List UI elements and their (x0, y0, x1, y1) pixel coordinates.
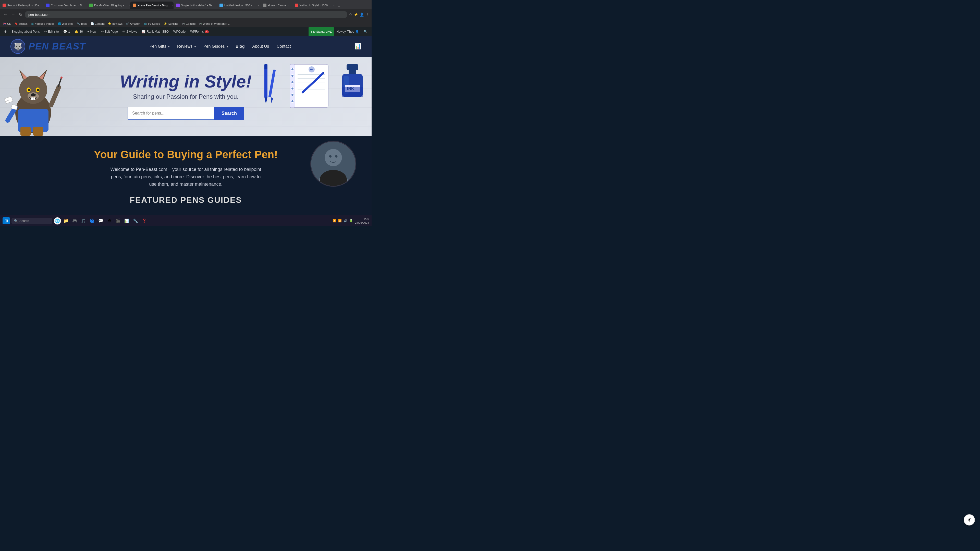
site-logo-text[interactable]: PEN BEAST (29, 41, 86, 52)
nav-about-us[interactable]: About Us (252, 44, 269, 49)
wp-updates[interactable]: 🔔 36 (73, 27, 85, 36)
tray-volume[interactable]: 🔊 (344, 219, 347, 222)
app9-icon: 📊 (124, 218, 129, 223)
back-button[interactable]: ← (3, 12, 9, 17)
tab-close-button[interactable]: × (129, 4, 130, 7)
taskbar-help[interactable]: ❓ (141, 218, 148, 224)
tab-favicon (89, 3, 93, 7)
wpcode-label: WPCode (173, 30, 186, 33)
wp-rank-math[interactable]: 📈 Rank Math SEO (140, 27, 171, 36)
hero-search-button[interactable]: Search (215, 106, 244, 120)
updates-count: 36 (80, 30, 83, 33)
bookmark-uk[interactable]: 🇬🇧UK (2, 22, 12, 26)
howdy-user[interactable]: Howdy, Theo 👤 (334, 27, 361, 36)
taskbar-chrome[interactable]: 🌐 (54, 218, 61, 224)
reload-button[interactable]: ↻ (18, 12, 23, 17)
wp-wpcode[interactable]: WPCode (171, 27, 188, 36)
nav-pen-gifts[interactable]: Pen Gifts ▾ (150, 44, 169, 49)
forward-button[interactable]: → (10, 12, 16, 17)
browser-tab-tab5[interactable]: Single (with sidebar) • Te...× (173, 2, 217, 9)
svg-point-11 (37, 89, 40, 91)
hero-search-input[interactable] (127, 106, 215, 120)
bookmark-youtube-videos[interactable]: 📺Youtube Videos (30, 22, 56, 26)
tab-close-button[interactable]: × (288, 4, 290, 7)
site-status-label: Site Status: LIVE (310, 30, 332, 33)
taskbar-app5[interactable]: 🌀 (89, 218, 96, 224)
taskbar-spotify[interactable]: 🎵 (80, 218, 87, 224)
wp-views[interactable]: 👁 2 Views (121, 27, 139, 36)
nav-pen-guides[interactable]: Pen Guides ▾ (204, 44, 228, 49)
decorative-notebook: ✒ (287, 62, 333, 110)
menu-button[interactable]: ⋮ (366, 13, 369, 17)
tab-favicon (176, 3, 180, 7)
svg-rect-29 (269, 69, 276, 97)
browser-tab-tab8[interactable]: Writing in Style! - 1300 ...× (292, 2, 336, 9)
browser-tab-tab7[interactable]: Home - Canva× (260, 2, 292, 9)
browser-tab-tab2[interactable]: Customer Dashboard - D...× (43, 2, 87, 9)
bookmark-world-of-warcraft-n...[interactable]: 🎮World of Warcraft N... (198, 22, 231, 26)
search-site-button[interactable]: 🔍 (362, 27, 369, 36)
edit-page-label: Edit Page (105, 30, 118, 33)
taskbar-game[interactable]: 🎮 (71, 218, 78, 224)
bookmark-amazon[interactable]: 🛒Amazon (125, 22, 142, 26)
edit-site-label: Edit site (48, 30, 59, 33)
site-stats-icon[interactable]: 📊 (355, 43, 361, 50)
bookmark-reviews[interactable]: ⭐Reviews (107, 22, 124, 26)
wp-logo[interactable]: ⚙ (2, 27, 9, 36)
taskbar-search[interactable]: 🔍 Search (11, 218, 52, 224)
tab-close-button[interactable]: × (333, 4, 334, 7)
bookmark-button[interactable]: ☆ (349, 13, 352, 17)
bookmark-label: Websites (62, 22, 73, 25)
tray-network[interactable]: 📶 (338, 219, 342, 222)
address-bar[interactable] (25, 11, 347, 18)
premiere-icon: 🎬 (116, 218, 121, 223)
bookmark-socials[interactable]: 🔖Socials (13, 22, 29, 26)
taskbar-file-explorer[interactable]: 📁 (62, 218, 70, 224)
taskbar-settings[interactable]: ⚙ (106, 218, 113, 224)
bookmark-label: Twinking (167, 22, 178, 25)
new-label: New (90, 30, 97, 33)
discord-icon: 💬 (98, 218, 103, 223)
bookmark-label: Amazon (130, 22, 140, 25)
wp-new[interactable]: + New (86, 27, 99, 36)
start-button[interactable]: ⊞ (3, 218, 10, 224)
wp-comments[interactable]: 💬 1 (61, 27, 72, 36)
tab-close-button[interactable]: × (258, 4, 259, 7)
tab-close-button[interactable]: × (172, 4, 173, 7)
hero-title: Writing in Style! (120, 73, 251, 91)
nav-contact[interactable]: Contact (277, 44, 291, 49)
wp-site-label: Blogging about Pens (11, 30, 40, 33)
browser-tab-tab3[interactable]: DarkMySite - Blogging a...× (87, 2, 130, 9)
bookmark-label: World of Warcraft N... (203, 22, 230, 25)
tab-close-button[interactable]: × (216, 4, 217, 7)
browser-tab-tab1[interactable]: Product Redemption | Da...× (0, 2, 43, 9)
wp-edit-site[interactable]: ✏ Edit site (42, 27, 61, 36)
bookmark-tools[interactable]: 🔧Tools (76, 22, 89, 26)
taskbar-tray: 🔼 📶 🔊 🔋 11:30 24/09/2024 (332, 217, 369, 225)
taskbar-premiere[interactable]: 🎬 (115, 218, 122, 224)
bookmark-bar: 🇬🇧UK🔖Socials📺Youtube Videos🌐Websites🔧Too… (0, 20, 372, 27)
bookmark-content[interactable]: 📄Content (89, 22, 106, 26)
wpforms-badge: 4 (205, 30, 209, 33)
browser-tab-tab4[interactable]: Home Pen Beast a Blog...× (130, 2, 173, 9)
nav-reviews[interactable]: Reviews ▾ (177, 44, 196, 49)
browser-tab-tab6[interactable]: Untitled design - 500 × ...× (217, 2, 260, 9)
taskbar-discord[interactable]: 💬 (97, 218, 104, 224)
svg-point-35 (291, 81, 294, 83)
profile-button[interactable]: 👤 (360, 13, 364, 17)
taskbar-app9[interactable]: 📊 (123, 218, 130, 224)
wp-site-name[interactable]: Blogging about Pens (10, 27, 42, 36)
extension-button[interactable]: ⚡ (354, 13, 358, 17)
wp-edit-page[interactable]: ✏ Edit Page (99, 27, 120, 36)
wp-wpforms[interactable]: WPForms 4 (188, 27, 211, 36)
taskbar-app10[interactable]: 🔧 (132, 218, 139, 224)
taskbar-clock[interactable]: 11:30 24/09/2024 (355, 217, 369, 225)
bookmark-websites[interactable]: 🌐Websites (57, 22, 75, 26)
tab-close-button[interactable]: × (86, 4, 87, 7)
nav-blog[interactable]: Blog (235, 44, 245, 49)
new-tab-button[interactable]: + (336, 4, 342, 9)
bookmark-gaming[interactable]: 🎮Gaming (181, 22, 197, 26)
bookmark-tv-series[interactable]: 📺TV Series (142, 22, 161, 26)
site-status-badge[interactable]: Site Status: LIVE (309, 27, 334, 36)
bookmark-twinking[interactable]: ✨Twinking (162, 22, 180, 26)
